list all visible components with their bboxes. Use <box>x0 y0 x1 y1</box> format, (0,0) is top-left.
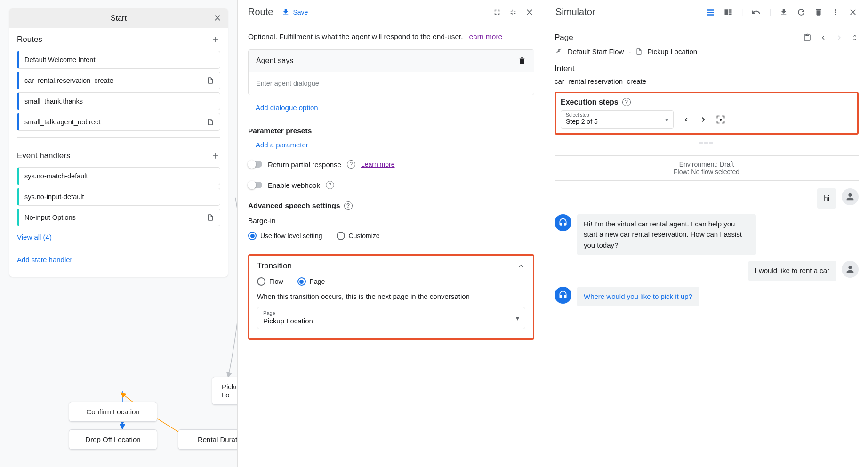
undo-icon[interactable] <box>751 8 761 17</box>
save-button[interactable]: Save <box>281 8 308 16</box>
chat-area: Environment: Draft Flow: No flow selecte… <box>555 151 859 317</box>
chevron-down-icon: ▾ <box>516 314 519 322</box>
save-label: Save <box>293 8 308 16</box>
chevron-up-icon[interactable] <box>517 262 525 270</box>
route-label: small_talk.agent_redirect <box>24 118 207 126</box>
enable-webhook-toggle[interactable] <box>248 182 262 188</box>
node-rental-duration[interactable]: Rental Duration <box>178 429 237 450</box>
route-panel: Route Save Optional. Fulfillment is what… <box>237 0 545 467</box>
environment-label: Environment: Draft <box>555 155 859 168</box>
agent-says-label: Agent says <box>256 56 293 65</box>
message-text: I would like to rent a car <box>748 261 836 281</box>
page-heading: Page <box>555 33 573 42</box>
transition-page-radio[interactable]: Page <box>297 277 325 286</box>
chat-message-bot: Where would you like to pick it up? <box>555 287 859 307</box>
help-icon[interactable]: ? <box>622 98 631 106</box>
page-icon <box>635 48 643 55</box>
save-icon <box>281 8 290 16</box>
step-select-dropdown[interactable]: Select step Step 2 of 5 ▾ <box>561 110 674 129</box>
step-prev-icon[interactable] <box>682 115 691 124</box>
routes-section-header: Routes <box>9 28 228 49</box>
collapse-icon[interactable] <box>851 34 859 41</box>
route-item[interactable]: small_thank.thanks <box>17 92 220 110</box>
add-handler-icon[interactable] <box>211 151 220 161</box>
chevron-down-icon: ▾ <box>665 116 668 123</box>
use-flow-radio[interactable]: Use flow level setting <box>248 232 322 240</box>
node-pickup-location[interactable]: Pickup Lo <box>212 377 237 405</box>
agent-says-box: Agent says Enter agent dialogue <box>248 49 534 95</box>
chevron-left-icon[interactable] <box>819 33 828 42</box>
routes-heading: Routes <box>17 35 42 44</box>
help-icon[interactable]: ? <box>326 181 334 189</box>
agent-dialogue-input[interactable]: Enter agent dialogue <box>249 72 534 95</box>
add-dialogue-link[interactable]: Add dialogue option <box>248 95 318 114</box>
close-icon[interactable] <box>848 8 858 17</box>
fullscreen-exit-icon[interactable] <box>509 8 517 16</box>
view-mode-lines-icon[interactable] <box>706 8 715 17</box>
intent-value: car_rental.reservation_create <box>555 77 859 85</box>
route-label: Default Welcome Intent <box>24 56 214 64</box>
chat-message-user: hi <box>555 188 859 209</box>
help-icon[interactable]: ? <box>344 201 353 210</box>
node-confirm-location[interactable]: Confirm Location <box>69 402 157 422</box>
breadcrumb-page[interactable]: Pickup Location <box>647 48 697 56</box>
svg-point-0 <box>720 118 722 120</box>
bot-avatar-icon <box>555 287 571 304</box>
close-icon[interactable] <box>525 8 534 17</box>
start-node-header[interactable]: Start <box>9 8 228 28</box>
handler-label: sys.no-input-default <box>24 193 214 201</box>
simulator-panel: Simulator | | Page Default Start <box>545 0 868 467</box>
breadcrumb: Default Start Flow - Pickup Location <box>555 47 859 56</box>
fullscreen-enter-icon[interactable] <box>493 8 501 16</box>
transition-section: Transition Flow Page When this transitio… <box>248 254 534 340</box>
node-dropoff-location[interactable]: Drop Off Location <box>69 429 157 450</box>
add-state-handler-link[interactable]: Add state handler <box>9 247 228 277</box>
chat-message-user: I would like to rent a car <box>555 261 859 281</box>
focus-icon[interactable] <box>716 115 725 124</box>
view-all-link[interactable]: View all (4) <box>9 229 59 247</box>
transition-flow-radio[interactable]: Flow <box>257 277 283 286</box>
transition-heading: Transition <box>257 261 292 271</box>
adv-speech-heading: Advanced speech settings <box>248 201 340 210</box>
view-mode-split-icon[interactable] <box>723 8 733 17</box>
file-icon <box>207 118 214 126</box>
clipboard-icon[interactable] <box>803 33 812 42</box>
event-handler-item[interactable]: sys.no-match-default <box>17 167 220 185</box>
chevron-right-icon[interactable] <box>835 33 844 42</box>
event-handler-item[interactable]: sys.no-input-default <box>17 188 220 206</box>
help-icon[interactable]: ? <box>347 160 355 169</box>
customize-radio[interactable]: Customize <box>337 232 380 240</box>
breadcrumb-flow[interactable]: Default Start Flow <box>568 48 624 56</box>
learn-more-link[interactable]: Learn more <box>465 32 502 40</box>
download-icon[interactable] <box>780 8 788 16</box>
route-label: small_thank.thanks <box>24 97 214 105</box>
add-route-icon[interactable] <box>211 35 220 44</box>
route-item[interactable]: small_talk.agent_redirect <box>17 113 220 131</box>
chat-message-bot: Hi! I'm the virtual car rental agent. I … <box>555 214 859 256</box>
route-item[interactable]: car_rental.reservation_create <box>17 72 220 89</box>
flow-icon <box>555 47 563 56</box>
learn-more-link[interactable]: Learn more <box>361 161 395 168</box>
route-title: Route <box>248 7 273 17</box>
route-item[interactable]: Default Welcome Intent <box>17 51 220 69</box>
delete-icon[interactable] <box>814 8 823 16</box>
message-text: Hi! I'm the virtual car rental agent. I … <box>577 214 756 256</box>
step-next-icon[interactable] <box>699 115 707 124</box>
close-icon[interactable] <box>213 13 222 23</box>
user-avatar-icon <box>842 188 859 205</box>
file-icon <box>207 77 214 84</box>
refresh-icon[interactable] <box>796 8 806 17</box>
event-handler-item[interactable]: No-input Options <box>17 209 220 226</box>
page-select-dropdown[interactable]: Page Pickup Location ▾ <box>257 307 525 329</box>
delete-icon[interactable] <box>518 56 526 65</box>
drag-handle[interactable]: ═══ <box>555 139 859 146</box>
partial-response-toggle[interactable] <box>248 161 262 168</box>
file-icon <box>207 214 214 221</box>
route-label: car_rental.reservation_create <box>24 77 207 84</box>
message-text: hi <box>817 188 836 209</box>
user-avatar-icon <box>842 261 859 278</box>
barge-in-heading: Barge-in <box>248 217 534 225</box>
add-parameter-link[interactable]: Add a parameter <box>248 135 308 152</box>
simulator-title: Simulator <box>555 7 595 17</box>
more-icon[interactable] <box>831 8 840 16</box>
